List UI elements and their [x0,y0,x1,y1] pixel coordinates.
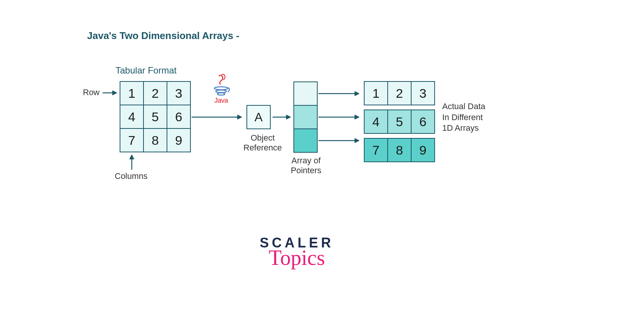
grid-cell: 6 [167,105,191,129]
svg-marker-3 [129,155,134,159]
arrow-up-icon [128,155,135,170]
arrow-icon [318,114,360,121]
pointer-cell [293,128,318,153]
grid-cell: 9 [167,128,191,152]
svg-marker-1 [112,91,117,95]
data-cell: 1 [364,81,388,105]
data-cell: 9 [411,138,435,162]
data-cell: 7 [364,138,388,162]
arrow-icon [318,137,360,144]
diagram-title: Java's Two Dimensional Arrays - [87,30,239,42]
arrow-icon [273,114,292,121]
data-cell: 4 [364,110,388,134]
row-label: Row [83,88,100,97]
object-reference-label: Object Reference [243,133,282,153]
object-reference-box: A [246,105,271,129]
actual-data-label: Actual Data In Different 1D Arrays [442,101,485,134]
svg-point-6 [214,87,228,90]
grid-cell: 4 [120,105,144,129]
grid-cell: 8 [143,128,167,152]
arrow-icon [192,114,243,121]
data-cell: 8 [387,138,412,162]
data-cell: 2 [387,81,412,105]
arrow-icon [103,89,118,96]
svg-marker-5 [237,115,242,119]
java-text: Java [214,97,228,105]
pointer-cell [293,81,318,106]
svg-marker-12 [355,91,359,96]
svg-marker-16 [355,138,359,143]
tabular-format-label: Tabular Format [115,65,176,76]
svg-point-7 [216,90,226,93]
grid-cell: 3 [167,81,191,105]
grid-cell: 5 [143,105,167,129]
pointer-cell [293,105,318,129]
arrow-icon [318,90,360,97]
brand-topics-text: Topics [269,246,325,270]
grid-cell: 2 [143,81,167,105]
grid-cell: 1 [120,81,144,105]
svg-marker-14 [355,115,359,119]
java-logo-icon: Java [212,74,230,105]
svg-marker-10 [286,115,291,119]
array-of-pointers-label: Array of Pointers [291,156,321,175]
data-cell: 6 [411,110,435,134]
columns-label: Columns [115,171,148,181]
scaler-topics-logo: SCALER Topics [260,235,334,270]
svg-point-8 [217,93,225,95]
data-cell: 3 [411,81,435,105]
data-cell: 5 [387,110,412,134]
grid-cell: 7 [120,128,144,152]
